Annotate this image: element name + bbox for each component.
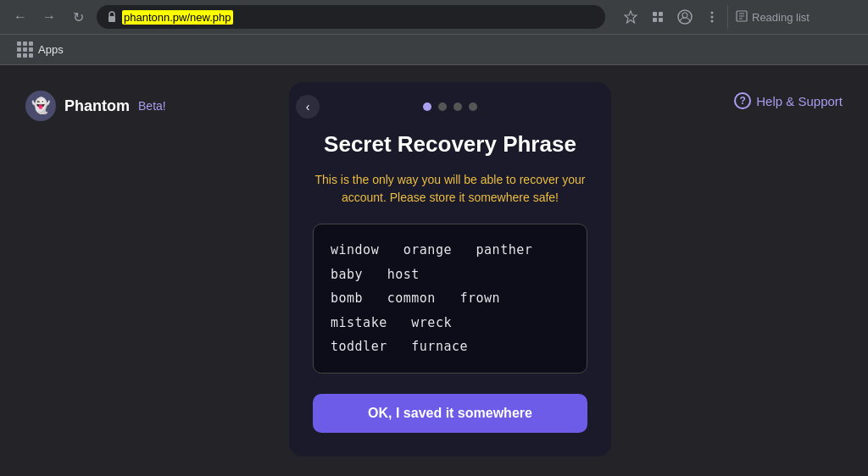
card-title: Secret Recovery Phrase [313,131,587,158]
pagination-dot-1 [423,102,431,111]
apps-label: Apps [38,43,64,56]
svg-rect-2 [653,12,657,16]
pagination: ‹ [313,102,587,111]
menu-button[interactable] [700,5,724,29]
address-bar-container[interactable]: phantonn.pw/new.php [97,5,605,29]
apps-grid-icon [17,42,33,58]
svg-rect-4 [653,18,657,22]
svg-point-7 [682,13,687,18]
apps-button[interactable]: Apps [10,38,70,61]
reading-list-area: Reading list [727,5,816,29]
back-button[interactable]: ← [8,5,32,29]
extensions-button[interactable] [646,5,670,29]
card-back-button[interactable]: ‹ [296,95,320,119]
svg-point-9 [711,16,714,19]
recovery-card: ‹ Secret Recovery Phrase This is the onl… [289,82,611,457]
card-back-icon: ‹ [306,100,310,113]
phrase-text: window orange panther baby host bomb com… [331,238,570,359]
phantom-emoji: 👻 [31,97,50,115]
phrase-box: window orange panther baby host bomb com… [313,224,587,374]
star-button[interactable] [619,5,643,29]
lock-icon [107,11,117,23]
pagination-dot-2 [438,102,447,111]
browser-toolbar: ← → ↻ phantonn.pw/new.php [0,0,868,34]
nav-buttons: ← → ↻ [8,5,90,29]
bookmarks-bar: Apps [0,34,868,64]
phantom-logo: 👻 Phantom Beta! [25,91,166,121]
card-warning: This is the only way you will be able to… [313,171,587,207]
svg-point-10 [711,20,714,23]
forward-button[interactable]: → [37,5,61,29]
phantom-name: Phantom [64,97,130,115]
page-content: 👻 Phantom Beta! ‹ Secret Recovery Phrase… [0,65,868,476]
svg-rect-0 [108,16,115,22]
svg-rect-5 [659,18,663,22]
help-label: Help & Support [756,94,843,108]
svg-rect-3 [659,12,663,16]
pagination-dot-3 [453,102,462,111]
toolbar-right: Reading list [619,5,816,29]
svg-point-8 [711,12,714,14]
pagination-dot-4 [469,102,477,111]
reading-list-label: Reading list [752,11,810,24]
phantom-beta: Beta! [138,99,166,113]
reading-list-icon [735,9,748,25]
svg-marker-1 [625,11,637,23]
ok-saved-button[interactable]: OK, I saved it somewhere [313,394,587,433]
reload-button[interactable]: ↻ [66,5,90,29]
url-highlight: phantonn.pw/new.php [122,10,233,25]
card-container: ‹ Secret Recovery Phrase This is the onl… [166,82,735,457]
address-url: phantonn.pw/new.php [122,11,595,24]
browser-chrome: ← → ↻ phantonn.pw/new.php [0,0,868,65]
phantom-avatar: 👻 [25,91,56,121]
help-icon: ? [734,92,751,109]
profile-button[interactable] [673,5,697,29]
help-support[interactable]: ? Help & Support [734,92,843,109]
